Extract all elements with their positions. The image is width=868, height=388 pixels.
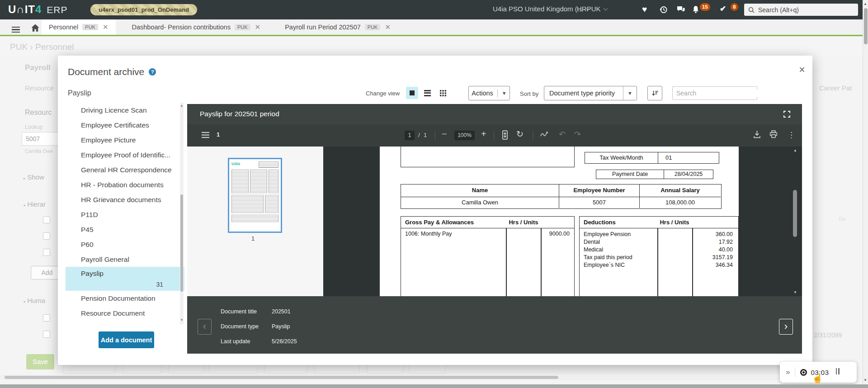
role-selector[interactable]: HRPUK: [577, 5, 607, 13]
doc-type-resource-document[interactable]: Resource Document: [66, 306, 184, 321]
doc-type-general-hr[interactable]: General HR Correspondence: [66, 162, 184, 177]
scroll-up-icon[interactable]: ▲: [180, 104, 184, 108]
modal-title: Document archive?: [68, 66, 156, 77]
page-thumbnail[interactable]: U4ia: [228, 158, 282, 233]
sort-dropdown[interactable]: Document type priority ▼: [544, 86, 637, 100]
zoom-out-icon[interactable]: −: [442, 129, 447, 139]
list-view-icon: [424, 89, 431, 97]
chat-icon[interactable]: [676, 6, 685, 14]
thumb-logo: U4ia: [231, 161, 240, 168]
help-icon[interactable]: ?: [149, 68, 156, 76]
archive-search-input[interactable]: [676, 90, 758, 97]
top-bar: U∩IT4 ERP u4erx_psod01_prod_OnDemand U4i…: [0, 0, 868, 19]
doc-type-employee-certificates[interactable]: Employee Certificates: [66, 118, 184, 132]
scroll-down-icon[interactable]: ▼: [863, 378, 867, 382]
window-edge: [0, 384, 868, 388]
tax-week-label: Tax Week/Month: [585, 152, 658, 163]
scroll-down-icon[interactable]: ▼: [180, 318, 184, 322]
next-document-button[interactable]: ›: [779, 319, 793, 335]
doc-type-employee-picture[interactable]: Employee Picture: [66, 132, 184, 147]
zoom-level[interactable]: 100%: [454, 131, 475, 140]
logo-unit-text: U∩IT: [8, 3, 35, 15]
unit4-logo: U∩IT4 ERP: [8, 3, 68, 16]
previous-document-button[interactable]: ‹: [198, 319, 212, 335]
doc-type-p60[interactable]: P60: [66, 237, 184, 252]
scroll-up-icon[interactable]: ▲: [793, 148, 797, 152]
close-icon[interactable]: ×: [796, 64, 808, 76]
document-title-row: Document title202501: [221, 308, 257, 315]
scroll-down-icon[interactable]: ▼: [793, 290, 797, 294]
client-selector[interactable]: U4ia PSO United Kingdom (...: [493, 5, 589, 13]
doc-type-driving-licence[interactable]: Driving Licence Scan: [66, 103, 184, 118]
archive-search[interactable]: [672, 86, 757, 100]
pause-icon[interactable]: [835, 368, 840, 376]
vertical-scrollbar[interactable]: ▲ ▼: [863, 0, 868, 388]
tab-payroll-run[interactable]: Payroll run Period 202507 PUK ✕: [278, 19, 398, 35]
scroll-up-icon[interactable]: ▲: [863, 2, 867, 6]
favorites-heart-icon[interactable]: ♥: [642, 5, 647, 14]
doc-type-right-to-work[interactable]: Right to Work documents: [66, 321, 184, 324]
thumbnail-sidebar: U4ia 1: [187, 147, 323, 296]
close-icon[interactable]: ✕: [255, 23, 261, 31]
history-icon[interactable]: [659, 5, 668, 14]
payslip-page: Tax Week/Month 01 Payment Date 28/04/202…: [380, 147, 739, 296]
thumbnail-page-number: 1: [251, 235, 255, 242]
close-icon[interactable]: ✕: [385, 23, 391, 31]
download-icon[interactable]: [753, 130, 761, 138]
notification-count-badge[interactable]: 15: [700, 3, 710, 11]
gross-row-amount: 9000.00: [542, 231, 570, 237]
page-number-input[interactable]: 1: [405, 131, 415, 140]
annotate-pen-icon[interactable]: [540, 131, 549, 138]
zoom-in-icon[interactable]: +: [481, 129, 486, 139]
record-icon[interactable]: [800, 369, 807, 376]
horizontal-scrollbar-thumb[interactable]: [5, 376, 558, 379]
add-document-button[interactable]: Add a document: [99, 331, 154, 348]
more-options-kebab-icon[interactable]: ⋮: [788, 130, 795, 140]
document-type-row: Document typePayslip: [221, 323, 259, 330]
sort-ascending-icon: [651, 90, 659, 97]
fit-page-icon[interactable]: [501, 130, 509, 140]
chevron-down-icon: ▼: [502, 90, 507, 96]
menu-hamburger-icon[interactable]: [12, 25, 20, 34]
tasks-check-icon[interactable]: ✔: [720, 4, 726, 14]
gross-units-header: Hrs / Units: [490, 219, 557, 226]
payment-date-box: Payment Date 28/04/2025: [596, 170, 713, 179]
employee-name-header: Name: [401, 185, 559, 197]
view-grid-button[interactable]: [437, 87, 449, 99]
doc-type-p45[interactable]: P45: [66, 222, 184, 237]
doc-type-payroll-general[interactable]: Payroll General: [66, 252, 184, 267]
home-icon[interactable]: [31, 24, 40, 32]
notifications-bell-icon[interactable]: [692, 5, 700, 14]
collapse-icon[interactable]: »: [786, 368, 790, 377]
fullscreen-icon[interactable]: [783, 110, 791, 118]
doc-type-hr-grievance[interactable]: HR Grievance documents: [66, 192, 184, 207]
doc-type-hr-probation[interactable]: HR - Probation documents: [66, 177, 184, 192]
view-list-button[interactable]: [421, 87, 434, 99]
deductions-header: Deductions: [584, 219, 616, 226]
app-screen: U∩IT4 ERP u4erx_psod01_prod_OnDemand U4i…: [0, 0, 868, 388]
rotate-icon[interactable]: ↻: [516, 130, 524, 138]
gross-pay-table: Gross Pay & Allowances Hrs / Units 1006:…: [401, 216, 575, 296]
global-search[interactable]: [744, 4, 858, 16]
doc-type-pension-documentation[interactable]: Pension Documentation: [66, 291, 184, 306]
close-icon[interactable]: ✕: [103, 23, 108, 31]
undo-icon[interactable]: ↶: [559, 129, 566, 139]
redo-icon[interactable]: ↷: [574, 129, 581, 139]
last-update-row: Last update5/26/2025: [221, 338, 250, 345]
doc-list-scrollbar-thumb[interactable]: [180, 194, 183, 292]
thumbnails-toggle-icon[interactable]: [202, 132, 209, 138]
print-icon[interactable]: [769, 130, 778, 138]
doc-type-payslip-selected[interactable]: Payslip 31: [66, 267, 184, 291]
view-single-button[interactable]: [406, 87, 418, 99]
annual-salary-value: 108,000.00: [640, 197, 721, 208]
actions-button[interactable]: Actions▼: [468, 86, 510, 100]
doc-type-employee-proof[interactable]: Employee Proof of Identific...: [66, 147, 184, 162]
vertical-scrollbar-thumb[interactable]: [864, 8, 868, 44]
pdf-scrollbar-thumb[interactable]: [793, 190, 797, 237]
task-count-badge[interactable]: 8: [731, 3, 738, 11]
tab-dashboard-pension[interactable]: Dashboard- Pension contributions PUK ✕: [125, 19, 268, 35]
doc-type-p11d[interactable]: P11D: [66, 207, 184, 222]
global-search-input[interactable]: [758, 6, 849, 14]
sort-direction-button[interactable]: [647, 86, 662, 100]
tab-personnel[interactable]: Personnel PUK ✕: [42, 19, 116, 35]
